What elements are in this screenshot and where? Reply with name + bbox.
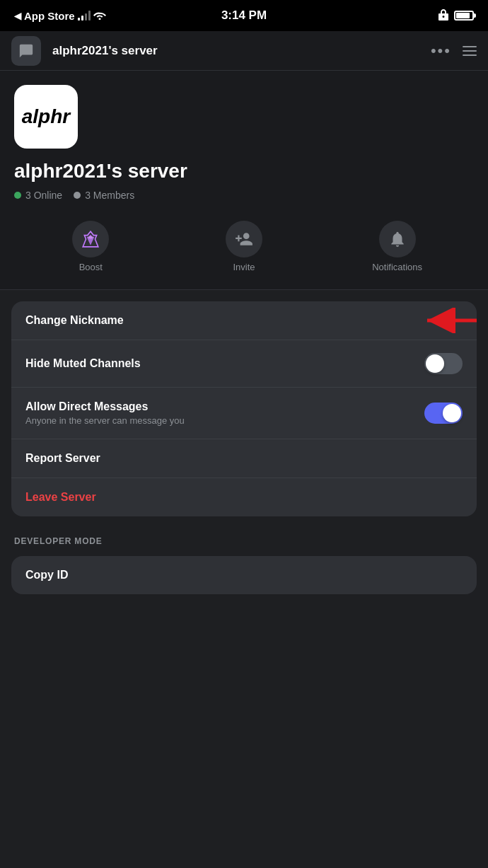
server-header: alphr alphr2021's server 3 Online 3 Memb… [0, 71, 488, 290]
svg-point-0 [88, 236, 93, 238]
allow-dm-toggle[interactable] [424, 403, 463, 424]
notifications-icon-container [379, 221, 416, 257]
members-count-label: 3 Members [85, 190, 134, 201]
leave-server-content: Leave Server [25, 491, 463, 504]
invite-button[interactable]: Invite [216, 221, 272, 272]
boost-label: Boost [79, 262, 103, 272]
copy-id-content: Copy ID [25, 569, 463, 581]
more-options-button[interactable]: ••• [431, 42, 451, 60]
bell-icon [388, 230, 407, 248]
copy-id-title: Copy ID [25, 569, 463, 581]
online-count: 3 Online [14, 190, 62, 201]
invite-person-icon [235, 230, 253, 248]
report-server-title: Report Server [25, 452, 463, 465]
boost-gem-icon [81, 230, 100, 248]
invite-icon-container [226, 221, 262, 257]
allow-dm-item[interactable]: Allow Direct Messages Anyone in the serv… [11, 388, 477, 439]
battery-icon [454, 11, 474, 21]
allow-dm-content: Allow Direct Messages Anyone in the serv… [25, 400, 424, 426]
nav-server-name: alphr2021's server [52, 44, 419, 58]
status-right-icons [438, 9, 474, 23]
carrier-info: ◀ App Store [14, 10, 106, 22]
leave-server-item[interactable]: Leave Server [11, 478, 477, 516]
server-icon-text: alphr [22, 105, 70, 128]
invite-label: Invite [233, 262, 255, 272]
allow-dm-title: Allow Direct Messages [25, 400, 424, 413]
server-avatar[interactable] [11, 36, 41, 66]
lock-icon [438, 9, 448, 23]
online-dot [14, 192, 21, 199]
status-bar: ◀ App Store 3:14 PM [0, 0, 488, 31]
members-dot [74, 192, 81, 199]
chat-icon [18, 43, 34, 59]
signal-strength [78, 11, 91, 21]
notifications-label: Notifications [372, 262, 422, 272]
hide-muted-knob [426, 354, 444, 373]
developer-mode-label: DEVELOPER MODE [0, 528, 488, 550]
hide-muted-title: Hide Muted Channels [25, 357, 424, 370]
change-nickname-item[interactable]: Change Nickname [11, 301, 477, 340]
report-server-item[interactable]: Report Server [11, 439, 477, 478]
carrier-name: App Store [24, 10, 75, 22]
copy-id-item[interactable]: Copy ID [11, 556, 477, 594]
change-nickname-title: Change Nickname [25, 314, 463, 327]
hide-muted-content: Hide Muted Channels [25, 357, 424, 370]
action-buttons: Boost Invite Notifications [14, 221, 474, 272]
status-time: 3:14 PM [221, 8, 267, 23]
top-nav: alphr2021's server ••• [0, 31, 488, 71]
online-count-label: 3 Online [25, 190, 62, 201]
settings-card: Change Nickname Hide Muted Channels Allo… [11, 301, 477, 516]
change-nickname-content: Change Nickname [25, 314, 463, 327]
members-count: 3 Members [74, 190, 134, 201]
red-arrow-annotation [420, 308, 477, 333]
back-arrow: ◀ [14, 11, 21, 21]
notifications-button[interactable]: Notifications [369, 221, 426, 272]
server-icon: alphr [14, 85, 78, 149]
developer-mode-card: Copy ID [11, 556, 477, 594]
hamburger-menu[interactable] [463, 46, 477, 56]
boost-button[interactable]: Boost [62, 221, 119, 272]
report-server-content: Report Server [25, 452, 463, 465]
server-name: alphr2021's server [14, 160, 474, 183]
wifi-icon [93, 10, 106, 22]
hide-muted-channels-item[interactable]: Hide Muted Channels [11, 340, 477, 388]
allow-dm-knob [443, 404, 461, 422]
boost-icon-container [72, 221, 109, 257]
hide-muted-toggle[interactable] [424, 353, 463, 374]
server-stats: 3 Online 3 Members [14, 190, 474, 201]
allow-dm-subtitle: Anyone in the server can message you [25, 415, 424, 426]
leave-server-title: Leave Server [25, 491, 463, 504]
